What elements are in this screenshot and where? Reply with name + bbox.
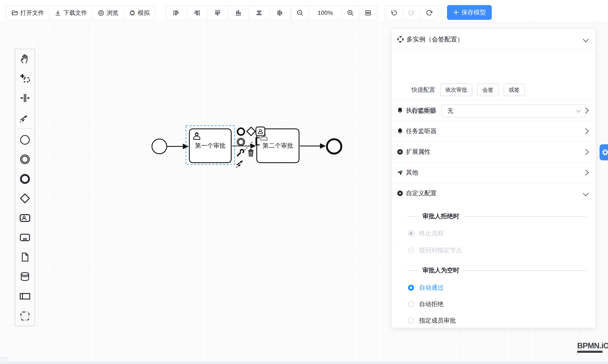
- pad-append-text-annotation[interactable]: [252, 136, 261, 146]
- end-event[interactable]: [327, 139, 341, 154]
- panel-title: 多实例（会签配置）: [406, 35, 584, 44]
- divider: [407, 216, 418, 217]
- chevron-down-icon: [583, 36, 589, 42]
- pad-append-end-event[interactable]: [236, 127, 246, 136]
- sequence-flow-3[interactable]: [300, 143, 326, 149]
- radio-label: 驳回到指定节点: [419, 246, 462, 255]
- radio-terminate-process[interactable]: 终止流程: [408, 229, 444, 238]
- radio-label: 指定成员审批: [419, 316, 456, 325]
- section-label: 执行监听器: [406, 106, 584, 115]
- pad-delete[interactable]: [246, 148, 255, 157]
- section-label: 其他: [406, 168, 584, 177]
- pad-append-user-task[interactable]: [255, 127, 265, 136]
- plus-circle-icon: [397, 190, 403, 197]
- chevron-right-icon: [583, 128, 589, 134]
- trash-icon: [246, 148, 255, 157]
- chevron-right-icon: [583, 170, 589, 176]
- user-icon: [258, 129, 263, 134]
- radio-auto-pass[interactable]: 自动通过: [408, 284, 444, 292]
- section-label: 自定义配置: [406, 189, 584, 197]
- quick-btn-sequential[interactable]: 依次审批: [440, 83, 472, 96]
- divider: [464, 216, 586, 217]
- section-other[interactable]: 其他: [392, 162, 595, 183]
- section-custom-config[interactable]: 自定义配置: [392, 183, 595, 203]
- start-event[interactable]: [152, 139, 167, 154]
- multi-instance-icon: [397, 36, 404, 43]
- group-title-text: 审批人为空时: [423, 266, 459, 275]
- quick-btn-label: 依次审批: [445, 86, 467, 94]
- radio-icon: [408, 247, 414, 253]
- divider: [464, 270, 586, 271]
- panel-header-multi-instance[interactable]: 多实例（会签配置）: [392, 29, 595, 49]
- gateway-icon: [246, 126, 256, 137]
- radio-icon: [408, 301, 414, 307]
- pad-append-intermediate-event[interactable]: [236, 137, 246, 147]
- quick-btn-label: 或签: [509, 86, 520, 94]
- quick-btn-countersign[interactable]: 会签: [477, 83, 499, 96]
- properties-panel: 多实例（会签配置） 快捷配置 依次审批 会签 或签 会签类型 无 执行监听器: [392, 29, 595, 328]
- radio-label: 自动通过: [419, 284, 444, 292]
- chevron-right-icon: [583, 149, 589, 155]
- quick-config-row: 快捷配置 依次审批 会签 或签: [392, 84, 586, 96]
- bpmn-io-logo: BPMN.iO: [577, 341, 608, 353]
- radio-icon: [408, 285, 414, 291]
- task-first-approval[interactable]: 第一个审批: [189, 129, 232, 163]
- connect-arrows-icon: [236, 158, 246, 168]
- chevron-down-icon: [583, 190, 589, 196]
- sequence-flow-1[interactable]: [167, 144, 189, 149]
- plus-circle-icon: [397, 148, 403, 155]
- logo-text: BPMN.iO: [577, 341, 608, 350]
- radio-assign-member[interactable]: 指定成员审批: [408, 316, 456, 325]
- quick-config-label: 快捷配置: [392, 86, 435, 94]
- section-extended-properties[interactable]: 扩展属性: [392, 142, 595, 162]
- bell-icon: [397, 128, 403, 135]
- divider: [392, 49, 595, 50]
- send-icon: [397, 169, 403, 176]
- chevron-right-icon: [583, 107, 589, 114]
- intermediate-event-icon: [236, 137, 246, 147]
- radio-label: 终止流程: [419, 229, 444, 238]
- divider: [407, 270, 418, 271]
- section-execution-listener[interactable]: 执行监听器: [392, 100, 595, 121]
- section-label: 扩展属性: [406, 148, 584, 156]
- group-title-reject: 审批人拒绝时: [392, 212, 586, 221]
- pad-settings[interactable]: [236, 148, 245, 157]
- radio-icon: [408, 318, 414, 324]
- task-label: 第一个审批: [195, 142, 226, 150]
- radio-icon: [408, 231, 414, 236]
- bell-icon: [397, 107, 403, 114]
- text-annotation-icon: [252, 137, 261, 146]
- bpmn-editor: 第一个审批 第二个审批: [0, 0, 608, 364]
- section-task-listener[interactable]: 任务监听器: [392, 121, 595, 141]
- radio-reject-to-node[interactable]: 驳回到指定节点: [408, 246, 462, 255]
- radio-label: 自动拒绝: [419, 300, 444, 308]
- end-event-icon: [236, 127, 246, 136]
- group-title-text: 审批人拒绝时: [423, 212, 459, 221]
- quick-btn-label: 会签: [482, 86, 493, 94]
- settings-tab[interactable]: [600, 144, 608, 160]
- quick-btn-orsign[interactable]: 或签: [504, 83, 525, 96]
- user-icon: [192, 131, 201, 140]
- logo-underline: [577, 351, 603, 353]
- pad-connect[interactable]: [236, 158, 246, 168]
- task-label: 第二个审批: [263, 142, 293, 150]
- group-title-empty: 审批人为空时: [392, 266, 586, 275]
- section-label: 任务监听器: [406, 127, 584, 135]
- pad-append-gateway[interactable]: [246, 126, 256, 137]
- radio-auto-reject[interactable]: 自动拒绝: [408, 300, 444, 308]
- wrench-icon: [236, 148, 245, 157]
- gear-icon: [601, 148, 608, 156]
